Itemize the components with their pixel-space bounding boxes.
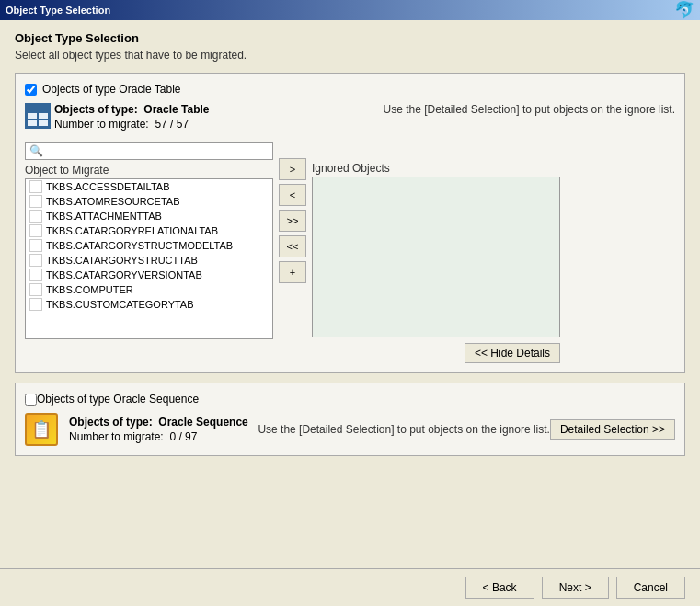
hide-details-button[interactable]: << Hide Details — [465, 343, 560, 363]
section2-meta: Objects of type: Oracle Sequence Number … — [69, 416, 258, 443]
section1-header: Objects of type Oracle Table — [25, 83, 675, 96]
item-icon — [29, 269, 42, 281]
footer: < Back Next > Cancel — [0, 568, 700, 606]
search-input[interactable] — [47, 144, 269, 157]
item-icon — [29, 283, 42, 296]
detailed-selection-button[interactable]: Detailed Selection >> — [550, 419, 675, 440]
sequence-icon: 📋 — [25, 413, 58, 446]
search-bar: 🔍 — [25, 142, 273, 160]
move-all-left-button[interactable]: << — [279, 235, 306, 257]
ignored-objects-list[interactable] — [312, 177, 560, 337]
item-icon — [29, 298, 42, 311]
section1-checkbox[interactable] — [25, 84, 37, 96]
list-item[interactable]: TKBS.CUSTOMCATEGORYTAB — [26, 297, 272, 312]
section2-info: 📋 Objects of type: Oracle Sequence Numbe… — [25, 413, 675, 446]
page-title: Object Type Selection — [15, 31, 685, 45]
item-icon — [29, 239, 42, 252]
list-item[interactable]: TKBS.ATTACHMENTTAB — [26, 209, 272, 223]
obj-count: Number to migrate: 57 / 57 — [54, 118, 383, 131]
right-list-panel: Ignored Objects << Hide Details — [312, 142, 560, 363]
section2-checkbox[interactable] — [25, 394, 37, 406]
section2-header: Objects of type Oracle Sequence — [25, 393, 675, 406]
search-icon: 🔍 — [29, 144, 43, 157]
move-left-button[interactable]: < — [279, 184, 306, 206]
section2-hint: Use the [Detailed Selection] to put obje… — [258, 423, 550, 436]
dolphin-icon: 🐬 — [674, 0, 694, 20]
list-label: Object to Migrate — [25, 164, 273, 177]
title-bar-text: Object Type Selection — [6, 5, 110, 16]
item-icon — [29, 195, 42, 208]
list-item[interactable]: TKBS.ATOMRESOURCETAB — [26, 194, 272, 209]
section1-info: Objects of type: Oracle Table Number to … — [25, 103, 675, 132]
section1-checkbox-label: Objects of type Oracle Table — [42, 83, 181, 96]
section2-checkbox-label: Objects of type Oracle Sequence — [37, 393, 199, 406]
page-subtitle: Select all object types that have to be … — [15, 49, 685, 62]
item-icon — [29, 180, 42, 193]
section2-right: Detailed Selection >> — [550, 419, 675, 440]
item-icon — [29, 210, 42, 223]
item-icon — [29, 254, 42, 267]
move-all-right-button[interactable]: >> — [279, 210, 306, 232]
list-item[interactable]: TKBS.CATARGORYRELATIONALTAB — [26, 223, 272, 238]
oracle-table-section: Objects of type Oracle Table Object — [15, 73, 685, 373]
section2-obj-type: Objects of type: Oracle Sequence — [69, 416, 258, 429]
list-item[interactable]: TKBS.ACCESSDETAILTAB — [26, 179, 272, 194]
list-item[interactable]: TKBS.CATARGORYSTRUCTMODELTAB — [26, 238, 272, 253]
oracle-sequence-section: Objects of type Oracle Sequence 📋 Object… — [15, 383, 685, 456]
list-item[interactable]: TKBS.CATARGORYSTRUCTTAB — [26, 253, 272, 268]
lists-container: 🔍 Object to Migrate TKBS.ACCESSDETAILTAB… — [25, 142, 675, 363]
move-right-button[interactable]: > — [279, 158, 306, 180]
table-icon — [25, 103, 54, 132]
next-button[interactable]: Next > — [542, 577, 609, 599]
arrow-buttons: > < >> << + — [279, 142, 306, 283]
cancel-button[interactable]: Cancel — [616, 577, 685, 599]
section1-hint: Use the [Detailed Selection] to put obje… — [383, 103, 675, 116]
add-button[interactable]: + — [279, 261, 306, 283]
title-bar: Object Type Selection 🐬 — [0, 0, 700, 20]
list-item[interactable]: TKBS.COMPUTER — [26, 282, 272, 297]
section1-meta: Objects of type: Oracle Table Number to … — [54, 103, 383, 131]
dialog: Object Type Selection 🐬 Object Type Sele… — [0, 0, 700, 606]
section2-obj-count: Number to migrate: 0 / 97 — [69, 430, 258, 443]
object-to-migrate-list[interactable]: TKBS.ACCESSDETAILTABTKBS.ATOMRESOURCETAB… — [25, 178, 273, 339]
obj-type-label: Objects of type: Oracle Table — [54, 103, 383, 116]
back-button[interactable]: < Back — [465, 577, 534, 599]
left-list-panel: 🔍 Object to Migrate TKBS.ACCESSDETAILTAB… — [25, 142, 273, 339]
item-icon — [29, 224, 42, 237]
ignored-label: Ignored Objects — [312, 162, 560, 175]
content-area: Object Type Selection Select all object … — [0, 20, 700, 568]
list-item[interactable]: TKBS.CATARGORYVERSIONTAB — [26, 268, 272, 282]
